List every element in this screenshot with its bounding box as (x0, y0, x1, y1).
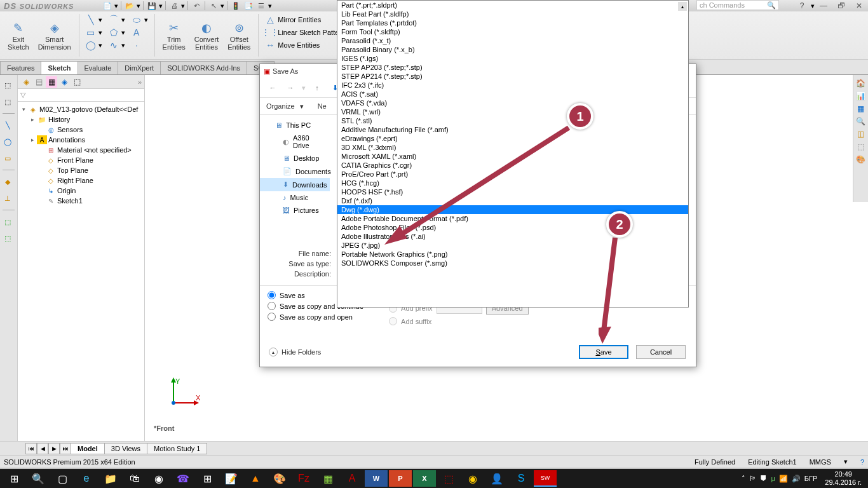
print-icon[interactable]: 🖨 (168, 1, 180, 11)
tree-annotations[interactable]: ▸AAnnotations (20, 135, 142, 145)
tab-motion[interactable]: Motion Study 1 (147, 443, 207, 454)
hide-folders-button[interactable]: ▴Hide Folders (269, 348, 321, 356)
tray-up-icon[interactable]: ˄ (742, 475, 745, 483)
tree-front-plane[interactable]: ◇Front Plane (20, 155, 142, 165)
filetype-option[interactable]: Part (*.prt;*.sldprt) (337, 1, 688, 10)
rebuild-icon[interactable]: 🚦 (230, 1, 241, 11)
search-commands[interactable]: ch Commands🔍 (696, 0, 779, 10)
tree-sensors[interactable]: ◎Sensors (20, 125, 142, 135)
explorer-icon[interactable]: 📁 (99, 470, 122, 487)
settings-icon[interactable]: ☰ (255, 1, 267, 11)
tree-sketch1[interactable]: ✎Sketch1 (20, 196, 142, 206)
circle-tool[interactable]: ◯▾ (83, 39, 105, 51)
fm-tree-icon[interactable]: ◈ (20, 76, 32, 88)
vlc-icon[interactable]: ▲ (244, 470, 267, 487)
filter-icon[interactable]: ▽ (20, 91, 25, 99)
side-music[interactable]: ♪Music (260, 191, 330, 204)
solidworks-icon[interactable]: SW (534, 470, 557, 487)
nav-first-icon[interactable]: ⏮ (25, 443, 37, 454)
paint-icon[interactable]: 🎨 (268, 470, 291, 487)
side-a360[interactable]: ◐A360 Drive (260, 132, 330, 152)
select-icon[interactable]: ↖ (208, 1, 219, 11)
filetype-option[interactable]: Lib Feat Part (*.sldlfp) (337, 10, 688, 18)
lt-view2-icon[interactable]: ⬚ (1, 232, 14, 245)
fm-config-icon[interactable]: ▦ (46, 76, 57, 88)
word-icon[interactable]: W (365, 470, 388, 487)
side-documents[interactable]: 📄Documents (260, 165, 330, 178)
tree-history[interactable]: ▸📁History (20, 114, 142, 125)
options-icon[interactable]: 📑 (243, 1, 254, 11)
nav-prev-icon[interactable]: ◀ (37, 443, 48, 454)
side-thispc[interactable]: 🖥This PC (260, 119, 330, 132)
undo-icon[interactable]: ↶ (191, 1, 202, 11)
powerpoint-icon[interactable]: P (389, 470, 412, 487)
app3-icon[interactable]: ◉ (461, 470, 484, 487)
filetype-option[interactable]: IGES (*.igs) (337, 54, 688, 63)
side-desktop[interactable]: 🖥Desktop (260, 152, 330, 165)
lt-dim-icon[interactable]: ◆ (1, 175, 14, 188)
filetype-option[interactable]: Parasolid Binary (*.x_b) (337, 45, 688, 54)
rt-display-icon[interactable]: ⬚ (855, 141, 866, 152)
rt-zoom-icon[interactable]: 🔍 (855, 116, 866, 127)
edge-icon[interactable]: e (75, 470, 98, 487)
rt-home-icon[interactable]: 🏠 (855, 78, 866, 89)
app1-icon[interactable]: ▦ (316, 470, 339, 487)
filetype-option[interactable]: Parasolid (*.x_t) (337, 36, 688, 45)
tree-material[interactable]: ⊞Material <not specified> (20, 145, 142, 155)
maximize-icon[interactable]: 🗗 (832, 0, 850, 11)
tree-top-plane[interactable]: ◇Top Plane (20, 165, 142, 175)
filetype-option[interactable]: SOLIDWORKS Composer (*.smg) (337, 259, 688, 268)
skype-icon[interactable]: S (510, 470, 532, 487)
lt-filter-icon[interactable]: ⬚ (1, 95, 14, 108)
tray-flag-icon[interactable]: 🏳 (749, 475, 756, 482)
nav-next-icon[interactable]: ▶ (48, 443, 60, 454)
lt-select-icon[interactable]: ⬚ (1, 79, 14, 92)
expand-icon[interactable]: » (138, 78, 142, 86)
savecopy-open-radio[interactable] (268, 313, 276, 321)
lt-rel-icon[interactable]: ⊥ (1, 192, 14, 205)
filetype-option[interactable]: ACIS (*.sat) (337, 90, 688, 98)
side-pictures[interactable]: 🖼Pictures (260, 204, 330, 217)
fm-disp-icon[interactable]: ⬚ (71, 76, 83, 88)
tab-dimxpert[interactable]: DimXpert (118, 61, 161, 74)
start-icon[interactable]: ⊞ (3, 470, 25, 487)
tab-features[interactable]: Features (0, 61, 41, 74)
filetype-option[interactable]: Part Templates (*.prtdot) (337, 18, 688, 27)
status-help-icon[interactable]: ? (860, 458, 864, 466)
minimize-icon[interactable]: — (815, 0, 832, 11)
point-tool[interactable]: · (129, 39, 151, 51)
rt-chart-icon[interactable]: 📊 (855, 90, 866, 102)
tray-vol-icon[interactable]: 🔊 (792, 475, 801, 483)
savecopy-cont-radio[interactable] (268, 302, 276, 310)
viber-icon[interactable]: ☎ (172, 470, 194, 487)
save-icon[interactable]: 💾 (146, 1, 158, 11)
save-button[interactable]: Save (579, 345, 628, 359)
convert-entities-button[interactable]: ◐Convert Entities (191, 14, 223, 57)
scroll-up-icon[interactable]: ▴ (678, 2, 687, 11)
fm-prop-icon[interactable]: ▤ (33, 76, 44, 88)
filetype-option[interactable]: STEP AP203 (*.step;*.stp) (337, 63, 688, 72)
trim-entities-button[interactable]: ✂Trim Entities (159, 14, 189, 57)
lt-line-icon[interactable]: ╲ (1, 119, 14, 132)
lt-rect-icon[interactable]: ▭ (1, 152, 14, 165)
mirror-entities[interactable]: △Mirror Entities (262, 14, 348, 25)
filetype-option[interactable]: VDAFS (*.vda) (337, 98, 688, 107)
tab-evaluate[interactable]: Evaluate (78, 61, 119, 74)
tree-origin[interactable]: ↳Origin (20, 186, 142, 196)
store-icon[interactable]: 🛍 (123, 470, 146, 487)
poly-tool[interactable]: ⬠▾ (106, 27, 128, 38)
organize-button[interactable]: Organize (266, 102, 295, 110)
close-icon[interactable]: ✕ (850, 0, 868, 11)
exit-sketch-button[interactable]: ✎Exit Sketch (4, 14, 33, 57)
nav-up-icon[interactable]: ↑ (311, 81, 323, 94)
lt-circle-icon[interactable]: ◯ (1, 135, 14, 148)
spline-tool[interactable]: ∿▾ (106, 39, 128, 51)
rt-section-icon[interactable]: ◫ (855, 128, 866, 140)
new-icon[interactable]: 📄 (102, 1, 113, 11)
app4-icon[interactable]: 👤 (485, 470, 508, 487)
app2-icon[interactable]: ⬚ (437, 470, 460, 487)
taskview-icon[interactable]: ▢ (51, 470, 74, 487)
tray-u-icon[interactable]: μ (771, 475, 775, 482)
side-downloads[interactable]: ⬇Downloads (260, 178, 330, 191)
tab-model[interactable]: Model (71, 443, 105, 454)
